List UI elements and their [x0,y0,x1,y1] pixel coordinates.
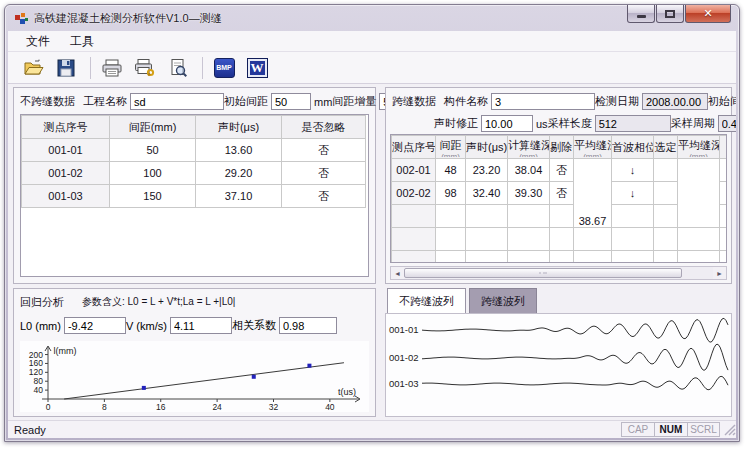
resize-grip[interactable] [722,422,736,437]
menu-tools[interactable]: 工具 [62,31,102,52]
column-header[interactable]: 间距(mm) [110,116,196,139]
scrollbar-track[interactable] [682,267,713,279]
column-header[interactable] [720,136,728,159]
table-cell[interactable] [654,182,678,205]
table-cell[interactable]: 38.04 [508,159,550,182]
component-name-input[interactable] [491,93,595,110]
test-date-input[interactable] [642,93,708,110]
table-cell[interactable]: 002-01 [392,159,436,182]
table-cell[interactable] [550,251,574,264]
init-spacing-input[interactable] [271,93,311,110]
table-cell[interactable]: 38.67 [574,159,612,228]
table-cell[interactable]: ↓ [612,159,654,182]
column-header[interactable]: 平均缝深(mm) [574,136,612,159]
table-cell[interactable] [550,205,574,228]
table-cell[interactable] [508,205,550,228]
scroll-right-arrow[interactable]: ► [713,267,726,279]
project-name-input[interactable] [130,93,224,110]
table-cell[interactable]: 37.10 [196,185,282,208]
minimize-button[interactable] [627,5,655,23]
column-header[interactable]: 是否忽略 [282,116,366,139]
table-cell[interactable] [654,251,678,264]
table-cell[interactable] [654,228,678,251]
horizontal-scrollbar[interactable]: ◄ ► [390,266,727,280]
column-header[interactable]: 计算缝深(mm) [508,136,550,159]
table-cell[interactable] [720,228,728,251]
table-cell[interactable]: 50 [110,139,196,162]
column-header[interactable]: 测点序号 [392,136,436,159]
title-bar[interactable]: 高铁建混凝土检测分析软件V1.0—测缝 ✕ [5,5,739,31]
column-header[interactable]: 平均缝深(mm) [678,136,720,159]
table-row[interactable]: 002-014823.2038.04否38.67↓ [392,159,728,182]
table-row[interactable]: 001-0210029.20否 [22,162,366,185]
column-header[interactable]: 声时(μs) [196,116,282,139]
table-cell[interactable]: ↓ [612,182,654,205]
table-cell[interactable] [392,251,436,264]
table-cell[interactable]: 否 [282,162,366,185]
column-header[interactable]: 测点序号 [22,116,110,139]
table-cell[interactable] [466,205,508,228]
close-button[interactable]: ✕ [685,5,731,23]
save-button[interactable] [51,55,81,81]
table-cell[interactable]: 100 [110,162,196,185]
table-cell[interactable] [654,159,678,182]
table-cell[interactable]: 150 [110,185,196,208]
print-button[interactable] [97,55,127,81]
table-cell[interactable] [466,251,508,264]
table-cell[interactable] [574,228,612,251]
velocity-input[interactable] [170,317,232,334]
table-cell[interactable] [508,251,550,264]
table-row[interactable] [392,205,728,228]
maximize-button[interactable] [656,5,684,23]
table-cell[interactable] [466,228,508,251]
table-cell[interactable]: 23.20 [466,159,508,182]
table-cell[interactable]: 否 [550,182,574,205]
table-cell[interactable] [436,205,466,228]
table-cell[interactable]: 39.30 [508,182,550,205]
table-cell[interactable] [574,251,612,264]
column-header[interactable]: 声时(μs) [466,136,508,159]
menu-file[interactable]: 文件 [18,31,58,52]
table-cell[interactable]: 48 [436,159,466,182]
table-cell[interactable] [550,228,574,251]
table-cell[interactable] [678,228,720,251]
table-cell[interactable] [436,228,466,251]
correlation-input[interactable] [279,317,337,334]
table-cell[interactable]: 29.20 [196,162,282,185]
column-header[interactable]: 选定 [654,136,678,159]
sample-length-input[interactable] [595,115,671,132]
table-cell[interactable]: 001-02 [22,162,110,185]
open-button[interactable] [18,55,48,81]
print-preview-button[interactable] [163,55,193,81]
scroll-left-arrow[interactable]: ◄ [391,267,404,279]
table-row[interactable] [392,251,728,264]
table-cell[interactable]: 13.60 [196,139,282,162]
table-cell[interactable] [612,205,654,228]
table-cell[interactable]: 001-01 [22,139,110,162]
table-cell[interactable] [612,251,654,264]
export-bmp-button[interactable]: BMP [209,55,239,81]
table-cell[interactable] [678,159,720,228]
time-correction-input[interactable] [481,115,533,132]
l0-input[interactable] [64,317,126,334]
table-row[interactable] [392,228,728,251]
tab-no-cross-waves[interactable]: 不跨缝波列 [387,288,466,315]
export-word-button[interactable]: W [242,55,272,81]
table-cell[interactable]: 否 [550,159,574,182]
table-row[interactable]: 001-015013.60否 [22,139,366,162]
print-setup-button[interactable] [130,55,160,81]
table-cell[interactable]: 否 [282,139,366,162]
column-header[interactable]: 首波相位 [612,136,654,159]
table-cell[interactable] [654,205,678,228]
scrollbar-thumb[interactable] [404,268,682,278]
table-cell[interactable] [612,228,654,251]
table-cell[interactable] [508,228,550,251]
table-cell[interactable] [720,205,728,228]
column-header[interactable]: 间距(mm) [436,136,466,159]
table-cell[interactable]: 98 [436,182,466,205]
column-header[interactable]: 剔除 [550,136,574,159]
table-cell[interactable] [392,228,436,251]
sample-period-input[interactable] [718,115,736,132]
table-row[interactable]: 001-0315037.10否 [22,185,366,208]
table-cell[interactable] [392,205,436,228]
